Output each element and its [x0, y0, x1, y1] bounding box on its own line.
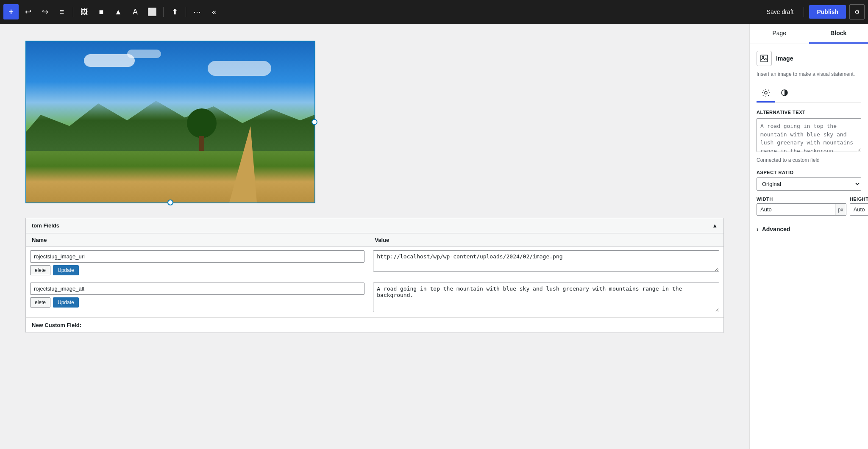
- sidebar-panel: Image Insert an image to make a visual s…: [750, 44, 868, 244]
- cf-value-textarea-1[interactable]: http://localhost/wp/wp-content/uploads/2…: [373, 250, 719, 272]
- new-custom-field-label: New Custom Field:: [26, 318, 723, 333]
- cf-value-cell-1: http://localhost/wp/wp-content/uploads/2…: [369, 247, 723, 279]
- custom-field-row-2: elete Update A road going in top the mou…: [26, 279, 723, 318]
- cf-delete-btn-1[interactable]: elete: [30, 265, 50, 275]
- image-block-icon: [760, 54, 768, 63]
- publish-button[interactable]: Publish: [809, 5, 846, 19]
- sidebar-tabs: Page Block: [750, 24, 868, 44]
- resize-handle-right[interactable]: [312, 119, 317, 125]
- add-block-button[interactable]: +: [3, 4, 19, 19]
- toolbar-separator-3: [186, 7, 186, 17]
- block-title: Image: [776, 55, 793, 62]
- width-input[interactable]: [757, 204, 835, 215]
- height-input[interactable]: [850, 204, 868, 215]
- name-column-header: Name: [26, 233, 369, 247]
- chevron-right-icon: ›: [757, 226, 759, 233]
- custom-fields-section: tom Fields ▲ Name Value elete: [25, 218, 724, 333]
- cloud-1: [84, 54, 135, 67]
- tab-page[interactable]: Page: [750, 24, 809, 44]
- advanced-label: Advanced: [762, 226, 790, 233]
- toolbar-separator-1: [73, 7, 73, 17]
- aspect-ratio-label: ASPECT RATIO: [757, 170, 861, 175]
- road-shape: [229, 126, 257, 202]
- undo-button[interactable]: ↩: [20, 4, 36, 19]
- half-circle-icon: [780, 89, 789, 97]
- width-input-row: px: [757, 203, 846, 216]
- svg-rect-0: [761, 55, 768, 62]
- connected-label: Connected to a custom field: [757, 157, 861, 163]
- cf-name-cell-2: elete Update: [26, 279, 369, 318]
- main-layout: tom Fields ▲ Name Value elete: [0, 24, 868, 449]
- cloud-2: [127, 50, 161, 58]
- image-canvas: [26, 42, 314, 202]
- toolbar-separator-2: [163, 7, 164, 17]
- tree: [185, 108, 219, 151]
- custom-fields-title: tom Fields: [32, 222, 59, 229]
- image-visual: [26, 42, 314, 202]
- list-view-button[interactable]: ≡: [54, 4, 70, 19]
- cf-name-cell-1: elete Update: [26, 247, 369, 279]
- value-column-header: Value: [369, 233, 723, 247]
- collapse-button[interactable]: «: [206, 4, 222, 19]
- width-group: WIDTH px: [757, 197, 846, 216]
- more-options-button[interactable]: ⋯: [189, 4, 205, 19]
- cf-update-btn-1[interactable]: Update: [53, 265, 79, 275]
- block-description: Insert an image to make a visual stateme…: [757, 70, 861, 78]
- alt-text-input[interactable]: A road going in top the mountain with bl…: [757, 118, 861, 152]
- image-toolbar-button[interactable]: 🖼: [77, 4, 92, 19]
- cf-update-btn-2[interactable]: Update: [53, 297, 79, 308]
- dimension-row: WIDTH px HEIGHT: [757, 197, 861, 216]
- tab-block[interactable]: Block: [809, 24, 868, 44]
- cf-value-cell-2: A road going in top the mountain with bl…: [369, 279, 723, 318]
- editor-area: tom Fields ▲ Name Value elete: [0, 24, 749, 449]
- cf-value-textarea-2[interactable]: A road going in top the mountain with bl…: [373, 283, 719, 312]
- custom-fields-header[interactable]: tom Fields ▲: [26, 218, 723, 233]
- collapse-custom-fields-icon[interactable]: ▲: [712, 222, 718, 229]
- resize-handle-bottom[interactable]: [167, 200, 173, 205]
- redo-button[interactable]: ↪: [37, 4, 53, 19]
- custom-fields-table: Name Value elete Update: [26, 233, 723, 318]
- cloud-3: [208, 61, 271, 76]
- toolbar-separator-4: [804, 7, 804, 17]
- cf-delete-btn-2[interactable]: elete: [30, 297, 50, 308]
- alt-text-label: ALTERNATIVE TEXT: [757, 110, 861, 115]
- tree-canopy: [187, 108, 217, 138]
- block-toolbar-button[interactable]: ■: [94, 4, 109, 19]
- media-toolbar-button[interactable]: ⬜: [145, 4, 160, 19]
- svg-point-2: [765, 91, 767, 94]
- height-input-row: [850, 203, 868, 216]
- height-label: HEIGHT: [850, 197, 868, 202]
- image-block[interactable]: [25, 41, 315, 203]
- cf-name-input-1[interactable]: [30, 250, 364, 263]
- block-icon-row: Image: [757, 51, 861, 66]
- width-unit: px: [835, 204, 846, 215]
- custom-field-row-1: elete Update http://localhost/wp/wp-cont…: [26, 247, 723, 279]
- settings-toggle-button[interactable]: ⚙: [849, 4, 865, 19]
- save-draft-button[interactable]: Save draft: [762, 6, 799, 18]
- gear-icon: [762, 89, 770, 97]
- toolbar-right: Save draft Publish ⚙: [762, 4, 865, 19]
- toolbar: + ↩ ↪ ≡ 🖼 ■ ▲ A ⬜ ⬆ ⋯ « Save draft Publi…: [0, 0, 868, 24]
- ground-layer: [26, 151, 314, 202]
- advanced-section[interactable]: › Advanced: [757, 222, 861, 237]
- style-tab-btn[interactable]: [775, 84, 794, 103]
- tree-trunk: [199, 136, 204, 151]
- upload-toolbar-button[interactable]: ⬆: [167, 4, 182, 19]
- height-group: HEIGHT: [850, 197, 868, 216]
- alert-toolbar-button[interactable]: ▲: [111, 4, 126, 19]
- mountain-layer: [26, 98, 314, 154]
- settings-icons-row: [757, 84, 861, 103]
- width-label: WIDTH: [757, 197, 846, 202]
- aspect-ratio-select[interactable]: Original Square 16/9 4/3 3/2: [757, 177, 861, 191]
- sidebar: Page Block Image Insert an image to make…: [749, 24, 868, 449]
- cf-name-input-2[interactable]: [30, 283, 364, 295]
- text-toolbar-button[interactable]: A: [128, 4, 143, 19]
- settings-tab-btn[interactable]: [757, 84, 775, 103]
- block-icon: [757, 51, 772, 66]
